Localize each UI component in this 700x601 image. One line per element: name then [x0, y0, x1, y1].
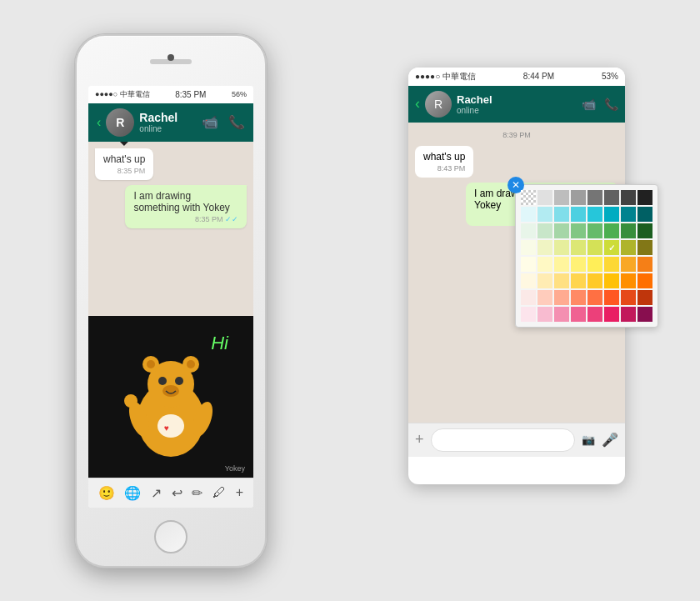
pen-icon[interactable]: 🖊 [212, 485, 226, 500]
globe-icon[interactable]: 🌐 [124, 485, 141, 501]
color-cell[interactable] [604, 190, 619, 205]
color-cell[interactable] [588, 290, 602, 305]
color-cell[interactable] [521, 223, 536, 238]
color-cell[interactable] [571, 307, 586, 322]
color-cell[interactable] [521, 290, 536, 305]
fg-back-icon[interactable]: ‹ [97, 115, 101, 130]
color-cell[interactable] [538, 290, 552, 305]
color-cell[interactable] [554, 257, 569, 272]
color-cell[interactable] [571, 290, 586, 305]
color-cell[interactable] [554, 290, 569, 305]
color-cell[interactable] [588, 307, 602, 322]
color-cell[interactable] [538, 207, 552, 222]
color-cell[interactable] [571, 240, 586, 255]
fg-msg-received: Paste what's up 8:35 PM [95, 148, 153, 180]
bg-contact-info: Rachel online [457, 93, 577, 115]
color-cell[interactable] [638, 307, 652, 322]
volume-up-button[interactable] [75, 136, 77, 159]
color-cell[interactable] [538, 240, 552, 255]
color-cell[interactable] [638, 240, 652, 255]
bg-camera-icon[interactable]: 📷 [582, 433, 595, 446]
color-cell[interactable] [554, 240, 569, 255]
color-cell[interactable] [638, 273, 652, 288]
color-cell[interactable] [638, 257, 652, 272]
color-cell[interactable] [588, 257, 602, 272]
color-cell[interactable] [521, 240, 536, 255]
color-cell[interactable] [621, 240, 636, 255]
add-icon[interactable]: + [236, 485, 243, 500]
eraser-icon[interactable]: ✏ [192, 485, 202, 501]
color-cell[interactable] [521, 273, 536, 288]
svg-point-12 [158, 414, 184, 438]
color-cell[interactable] [571, 273, 586, 288]
color-cell[interactable] [604, 273, 619, 288]
color-cell[interactable] [538, 307, 552, 322]
color-cell[interactable] [604, 307, 619, 322]
fg-received-text: what's up [103, 153, 145, 165]
color-cell[interactable] [621, 307, 636, 322]
bg-call-icon[interactable]: 📞 [604, 98, 618, 111]
fg-call-icon[interactable]: 📞 [228, 114, 245, 130]
color-cell[interactable] [521, 207, 536, 222]
color-cell[interactable] [538, 223, 552, 238]
phone-frame: ●●●●○ 中華電信 8:35 PM 56% ‹ R Rachel online… [75, 34, 267, 568]
color-cell[interactable] [554, 273, 569, 288]
bg-header-icons: 📹 📞 [582, 98, 618, 111]
color-cell[interactable] [604, 223, 619, 238]
fg-contact-status: online [139, 124, 197, 133]
color-cell[interactable] [554, 307, 569, 322]
bg-mic-icon[interactable]: 🎤 [602, 432, 618, 448]
color-palette: ✕ [515, 184, 658, 328]
fg-received-time: 8:35 PM [103, 167, 145, 175]
color-cell[interactable] [588, 240, 602, 255]
color-cell[interactable] [521, 307, 536, 322]
fg-contact-name: Rachel [139, 111, 197, 124]
color-cell[interactable] [571, 257, 586, 272]
fg-video-icon[interactable]: 📹 [202, 114, 218, 130]
bg-contact-status: online [457, 106, 577, 115]
drawing-canvas[interactable]: ♥ Hi Yokey [88, 316, 253, 478]
bg-back-icon[interactable]: ‹ [415, 95, 420, 113]
color-cell[interactable] [538, 190, 552, 205]
color-cell[interactable] [538, 257, 552, 272]
color-cell[interactable] [621, 290, 636, 305]
color-cell[interactable] [621, 190, 636, 205]
color-cell[interactable] [638, 207, 652, 222]
color-cell[interactable] [638, 190, 652, 205]
color-cell[interactable] [554, 207, 569, 222]
color-cell[interactable] [621, 223, 636, 238]
bg-video-icon[interactable]: 📹 [582, 98, 596, 111]
color-cell[interactable] [604, 290, 619, 305]
svg-point-6 [158, 377, 167, 385]
color-cell[interactable] [621, 207, 636, 222]
color-cell[interactable] [588, 223, 602, 238]
undo-icon[interactable]: ↩ [172, 485, 182, 501]
color-cell[interactable] [538, 273, 552, 288]
color-cell[interactable] [571, 207, 586, 222]
color-cell[interactable] [571, 190, 586, 205]
color-cell[interactable] [604, 207, 619, 222]
volume-down-button[interactable] [75, 169, 77, 193]
color-cell[interactable] [638, 290, 652, 305]
color-cell[interactable] [588, 207, 602, 222]
yokey-label: Yokey [225, 464, 245, 473]
color-cell[interactable] [521, 257, 536, 272]
color-cell-selected[interactable] [604, 240, 619, 255]
color-cell[interactable] [571, 223, 586, 238]
fg-double-tick: ✓✓ [225, 215, 238, 223]
color-cell[interactable] [621, 273, 636, 288]
color-cell[interactable] [621, 257, 636, 272]
redo-icon[interactable]: ↗ [151, 485, 162, 501]
bg-plus-icon[interactable]: + [415, 431, 424, 448]
phone-home-button[interactable] [154, 520, 188, 553]
bg-text-field[interactable] [431, 428, 575, 452]
color-cell-transparent[interactable] [521, 190, 536, 205]
color-cell[interactable] [588, 190, 602, 205]
color-cell[interactable] [554, 223, 569, 238]
color-cell[interactable] [638, 223, 652, 238]
color-cell[interactable] [588, 273, 602, 288]
color-cell[interactable] [554, 190, 569, 205]
emoji-icon[interactable]: 🙂 [98, 485, 115, 501]
power-button[interactable] [265, 153, 267, 194]
color-cell[interactable] [604, 257, 619, 272]
